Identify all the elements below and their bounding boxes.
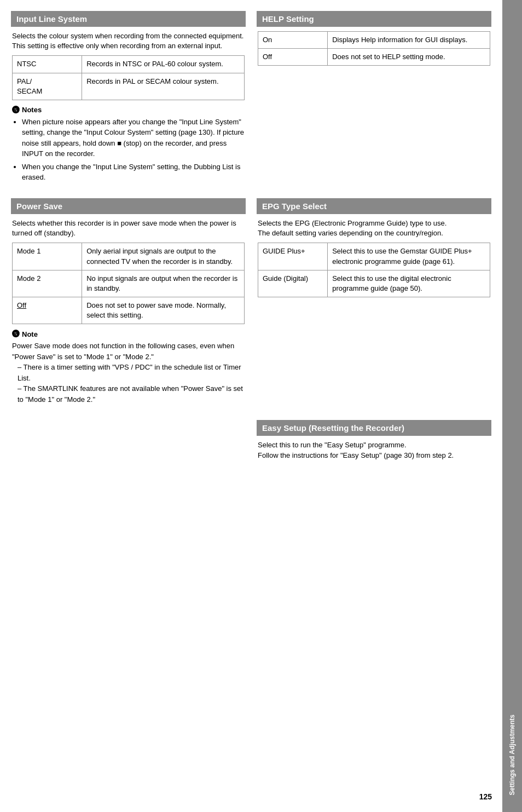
table-cell-desc: Records in NTSC or PAL-60 colour system. [82, 56, 245, 73]
epg-type-select-section: EPG Type Select Selects the EPG (Electro… [257, 198, 491, 411]
table-row: Mode 2 No input signals are output when … [13, 270, 245, 297]
notes-list: When picture noise appears after you cha… [12, 117, 245, 183]
table-cell-desc: Select this to use the digital electroni… [328, 270, 490, 297]
input-line-system-title: Input Line System [11, 11, 246, 27]
table-row: PAL/SECAM Records in PAL or SECAM colour… [13, 73, 245, 100]
table-cell-option: Guide (Digital) [258, 270, 328, 297]
list-item: There is a timer setting with "VPS / PDC… [18, 362, 245, 383]
power-save-note: 🅝 Note Power Save mode does not function… [12, 330, 245, 405]
table-cell-option: Mode 2 [13, 270, 82, 297]
table-row: NTSC Records in NTSC or PAL-60 colour sy… [13, 56, 245, 73]
table-cell-option: NTSC [13, 56, 82, 73]
easy-setup-title: Easy Setup (Resetting the Recorder) [257, 420, 491, 436]
note-dash-list: There is a timer setting with "VPS / PDC… [12, 362, 245, 405]
easy-setup-desc: Select this to run the "Easy Setup" prog… [258, 440, 490, 460]
note-icon: 🅝 [12, 330, 20, 338]
epg-type-select-table: GUIDE Plus+ Select this to use the Gemst… [258, 243, 490, 297]
note-label: Note [22, 330, 38, 338]
table-row: Mode 1 Only aerial input signals are out… [13, 243, 245, 270]
sidebar-tab: Settings and Adjustments [502, 0, 522, 812]
table-cell-option: GUIDE Plus+ [258, 243, 328, 270]
power-save-desc: Selects whether this recorder is in powe… [12, 218, 245, 238]
power-save-table: Mode 1 Only aerial input signals are out… [12, 243, 245, 324]
table-row: Off Does not set to HELP setting mode. [258, 49, 490, 66]
table-cell-desc: Does not set to power save mode. Normall… [82, 297, 245, 324]
list-item: When you change the "Input Line System" … [22, 162, 245, 183]
input-line-notes: 🅝 Notes When picture noise appears after… [12, 106, 245, 183]
note-icon: 🅝 [12, 106, 20, 114]
table-cell-option: Mode 1 [13, 243, 82, 270]
table-cell-option: Off [13, 297, 82, 324]
input-line-system-desc: Selects the colour system when recording… [12, 31, 245, 51]
table-cell-option: On [258, 32, 328, 49]
table-row: GUIDE Plus+ Select this to use the Gemst… [258, 243, 490, 270]
power-save-section: Power Save Selects whether this recorder… [11, 198, 246, 411]
table-cell-option: Off [258, 49, 328, 66]
note-body: Power Save mode does not function in the… [12, 341, 245, 362]
table-row: Guide (Digital) Select this to use the d… [258, 270, 490, 297]
notes-label: Notes [22, 106, 42, 114]
help-setting-section: HELP Setting On Displays Help informatio… [257, 11, 491, 188]
help-setting-table: On Displays Help information for GUI dis… [258, 31, 490, 66]
power-save-title: Power Save [11, 198, 246, 214]
sidebar-label: Settings and Adjustments [508, 715, 516, 796]
epg-type-select-title: EPG Type Select [257, 198, 491, 214]
help-setting-title: HELP Setting [257, 11, 491, 27]
page-number: 125 [479, 792, 492, 801]
table-cell-desc: No input signals are output when the rec… [82, 270, 245, 297]
epg-type-select-desc: Selects the EPG (Electronic Programme Gu… [258, 218, 490, 238]
table-row: Off Does not set to power save mode. Nor… [13, 297, 245, 324]
table-cell-desc: Records in PAL or SECAM colour system. [82, 73, 245, 100]
table-cell-option: PAL/SECAM [13, 73, 82, 100]
input-line-system-section: Input Line System Selects the colour sys… [11, 11, 246, 188]
table-cell-desc: Select this to use the Gemstar GUIDE Plu… [328, 243, 490, 270]
table-cell-desc: Displays Help information for GUI displa… [328, 32, 490, 49]
list-item: The SMARTLINK features are not available… [18, 383, 245, 405]
table-cell-desc: Only aerial input signals are output to … [82, 243, 245, 270]
list-item: When picture noise appears after you cha… [22, 117, 245, 159]
table-cell-desc: Does not set to HELP setting mode. [328, 49, 490, 66]
easy-setup-section: Easy Setup (Resetting the Recorder) Sele… [257, 420, 491, 464]
input-line-system-table: NTSC Records in NTSC or PAL-60 colour sy… [12, 55, 245, 100]
table-row: On Displays Help information for GUI dis… [258, 32, 490, 49]
